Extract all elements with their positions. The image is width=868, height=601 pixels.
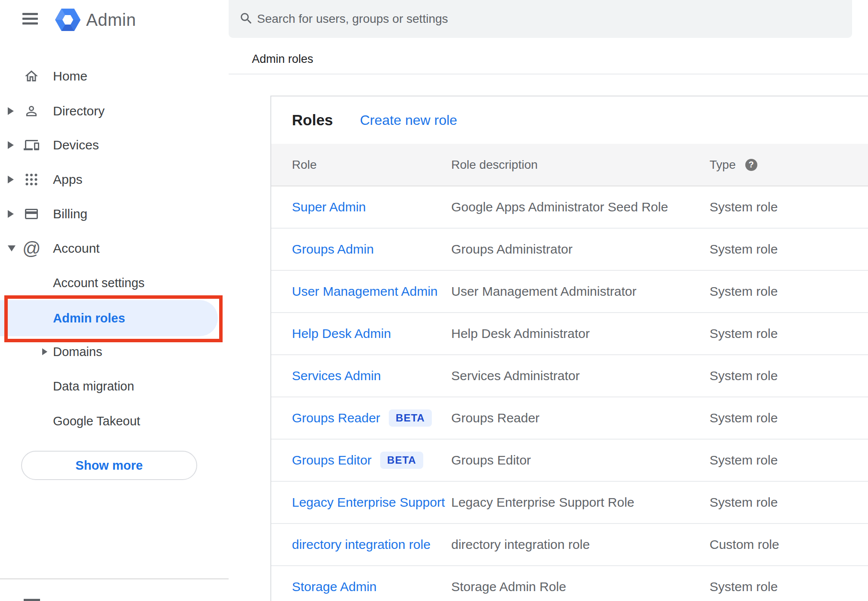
- person-icon: [24, 103, 39, 119]
- column-header-description: Role description: [451, 158, 710, 172]
- at-sign-icon: @: [22, 239, 41, 257]
- topbar-divider: [229, 74, 868, 74]
- role-link[interactable]: Groups Admin: [292, 242, 374, 257]
- breadcrumb: Admin roles: [252, 53, 313, 66]
- clipped-bottom-icon: [24, 599, 40, 601]
- sidebar: Admin Home Directory Devices: [0, 0, 229, 601]
- devices-icon: [24, 137, 39, 153]
- sidebar-item-label: Devices: [53, 138, 99, 152]
- role-description: Help Desk Administrator: [451, 326, 710, 341]
- sidebar-item-billing[interactable]: Billing: [0, 201, 229, 227]
- table-row: Legacy Enterprise Support Legacy Enterpr…: [271, 482, 868, 524]
- hamburger-menu-icon[interactable]: [22, 13, 38, 25]
- role-description: Legacy Enterprise Support Role: [451, 495, 710, 510]
- table-row: Help Desk Admin Help Desk Administrator …: [271, 313, 868, 355]
- column-header-type-label: Type: [710, 158, 736, 172]
- sidebar-item-google-takeout[interactable]: Google Takeout: [0, 408, 229, 434]
- role-description: directory integration role: [451, 537, 710, 552]
- role-link[interactable]: Storage Admin: [292, 579, 377, 594]
- role-link[interactable]: Groups Editor: [292, 453, 372, 468]
- admin-logo-icon: [55, 9, 81, 31]
- admin-console-screen: Admin Home Directory Devices: [0, 0, 868, 601]
- sidebar-item-label: Billing: [53, 207, 87, 221]
- role-type: System role: [710, 200, 868, 214]
- sidebar-item-label: Admin roles: [53, 311, 125, 325]
- search-input[interactable]: [257, 0, 843, 38]
- role-description: Storage Admin Role: [451, 579, 710, 594]
- column-header-role: Role: [292, 158, 451, 172]
- home-icon: [24, 68, 39, 84]
- role-description: User Management Administrator: [451, 284, 710, 299]
- expand-arrow-icon[interactable]: [8, 210, 14, 218]
- role-link[interactable]: User Management Admin: [292, 284, 438, 299]
- table-header-row: Role Role description Type ?: [271, 144, 868, 186]
- table-row: directory integration role directory int…: [271, 524, 868, 566]
- sidebar-item-label: Directory: [53, 104, 105, 118]
- role-type: System role: [710, 242, 868, 257]
- sidebar-item-apps[interactable]: Apps: [0, 167, 229, 192]
- table-row: Super Admin Google Apps Administrator Se…: [271, 186, 868, 229]
- role-link[interactable]: Legacy Enterprise Support: [292, 495, 445, 510]
- sidebar-item-label: Domains: [53, 345, 102, 359]
- sidebar-item-admin-roles[interactable]: Admin roles: [0, 300, 218, 336]
- sidebar-item-label: Home: [53, 69, 87, 84]
- global-search-bar[interactable]: [229, 0, 852, 38]
- beta-badge: BETA: [389, 409, 432, 427]
- table-row: User Management Admin User Management Ad…: [271, 271, 868, 313]
- role-type: System role: [710, 579, 868, 594]
- expand-arrow-icon[interactable]: [8, 141, 14, 149]
- table-row: Storage Admin Storage Admin Role System …: [271, 566, 868, 601]
- panel-title: Roles: [292, 112, 333, 129]
- role-description: Services Administrator: [451, 369, 710, 383]
- sidebar-item-account-settings[interactable]: Account settings: [0, 270, 229, 296]
- sidebar-item-label: Google Takeout: [53, 414, 140, 428]
- role-link[interactable]: Groups Reader: [292, 411, 380, 425]
- role-link[interactable]: directory integration role: [292, 537, 431, 552]
- sidebar-item-label: Account settings: [53, 276, 145, 290]
- role-type: System role: [710, 284, 868, 299]
- beta-badge: BETA: [380, 452, 423, 469]
- sidebar-bottom-divider: [0, 578, 229, 579]
- search-icon: [239, 11, 254, 26]
- expand-arrow-icon[interactable]: [8, 176, 14, 183]
- role-type: System role: [710, 495, 868, 510]
- role-link[interactable]: Services Admin: [292, 369, 381, 383]
- role-type: System role: [710, 326, 868, 341]
- sidebar-item-domains[interactable]: Domains: [0, 339, 229, 365]
- sidebar-item-directory[interactable]: Directory: [0, 98, 229, 124]
- sidebar-item-label: Apps: [53, 172, 82, 187]
- table-row: Groups Reader BETA Groups Reader System …: [271, 397, 868, 440]
- help-icon[interactable]: ?: [745, 159, 757, 171]
- apps-grid-icon: [24, 172, 39, 187]
- roles-card-header: Roles Create new role: [271, 96, 868, 144]
- role-type: System role: [710, 411, 868, 425]
- role-link[interactable]: Help Desk Admin: [292, 326, 391, 341]
- role-description: Groups Reader: [451, 411, 710, 425]
- roles-card: Roles Create new role Role Role descript…: [270, 96, 868, 601]
- role-link[interactable]: Super Admin: [292, 200, 366, 214]
- expand-arrow-icon[interactable]: [42, 348, 47, 355]
- sidebar-item-data-migration[interactable]: Data migration: [0, 373, 229, 399]
- table-row: Groups Admin Groups Administrator System…: [271, 229, 868, 271]
- sidebar-item-account[interactable]: @ Account: [0, 235, 229, 261]
- sidebar-item-label: Data migration: [53, 379, 134, 393]
- role-type: System role: [710, 369, 868, 383]
- collapse-arrow-icon[interactable]: [8, 245, 16, 251]
- role-type: Custom role: [710, 537, 868, 552]
- role-description: Google Apps Administrator Seed Role: [451, 200, 710, 214]
- table-row: Services Admin Services Administrator Sy…: [271, 355, 868, 397]
- sidebar-item-label: Account: [53, 241, 99, 256]
- role-type: System role: [710, 453, 868, 468]
- expand-arrow-icon[interactable]: [8, 107, 14, 115]
- role-description: Groups Editor: [451, 453, 710, 468]
- table-row: Groups Editor BETA Groups Editor System …: [271, 440, 868, 482]
- sidebar-item-home[interactable]: Home: [0, 63, 229, 89]
- create-new-role-link[interactable]: Create new role: [360, 112, 457, 128]
- role-description: Groups Administrator: [451, 242, 710, 257]
- app-title: Admin: [86, 10, 136, 30]
- show-more-button[interactable]: Show more: [21, 451, 197, 480]
- sidebar-item-devices[interactable]: Devices: [0, 132, 229, 158]
- column-header-type: Type ?: [710, 158, 868, 172]
- credit-card-icon: [24, 206, 39, 222]
